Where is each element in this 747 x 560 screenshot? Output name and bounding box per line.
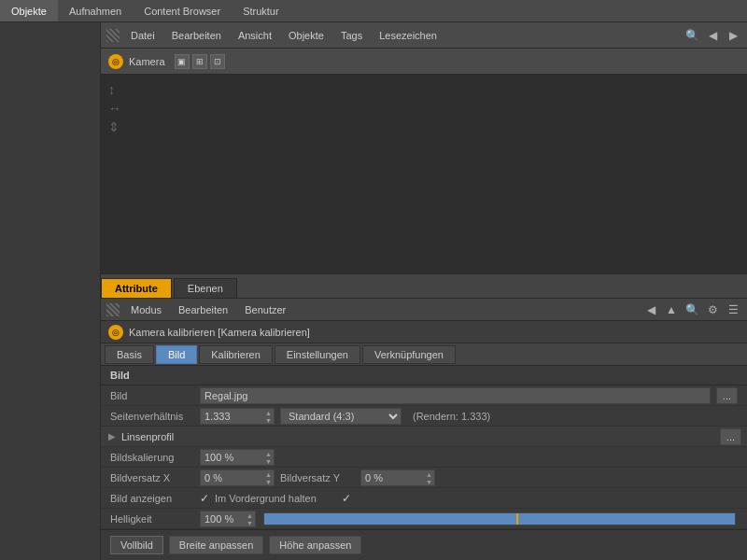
bildskalierung-up-arrow[interactable]: ▲ bbox=[265, 451, 272, 458]
menu-datei[interactable]: Datei bbox=[123, 28, 162, 43]
left-panel bbox=[0, 22, 101, 560]
linsenprofil-row: ▶ Linsenprofil ... bbox=[101, 427, 747, 447]
attr-bearbeiten[interactable]: Bearbeiten bbox=[173, 303, 233, 316]
subtab-bild[interactable]: Bild bbox=[156, 345, 197, 364]
viewport-zoom-icon[interactable]: ⇕ bbox=[108, 119, 121, 134]
bildversatz-y-label: Bildversatz Y bbox=[280, 472, 355, 483]
bottom-buttons-row: Vollbild Breite anpassen Höhe anpassen bbox=[101, 529, 747, 560]
bildskalierung-row: Bildskalierung 100 % ▲ ▼ bbox=[101, 447, 747, 468]
attribute-section: Attribute Ebenen Modus Bearbeiten Benutz… bbox=[101, 273, 747, 560]
bildversatz-y-down[interactable]: ▼ bbox=[426, 479, 432, 486]
arrow-left-icon[interactable]: ◀ bbox=[704, 27, 721, 44]
cam-icon-1[interactable]: ▣ bbox=[175, 54, 190, 69]
bildversatz-x-input[interactable]: 0 % ▲ ▼ bbox=[200, 469, 275, 486]
linsenprofil-browse-button[interactable]: ... bbox=[720, 428, 741, 445]
bildversatz-x-value: 0 % bbox=[204, 472, 222, 483]
tab-content-browser[interactable]: Content Browser bbox=[133, 0, 232, 21]
helligkeit-input[interactable]: 100 % ▲ ▼ bbox=[200, 511, 256, 527]
menu-objekte[interactable]: Objekte bbox=[281, 28, 331, 43]
bildversatz-y-up[interactable]: ▲ bbox=[426, 471, 432, 479]
tab-objekte[interactable]: Objekte bbox=[0, 0, 58, 21]
arrow-right-icon[interactable]: ▶ bbox=[725, 27, 741, 44]
seitenverhaeltnis-value: 1.333 bbox=[204, 411, 231, 422]
attr-benutzer[interactable]: Benutzer bbox=[239, 303, 291, 316]
helligkeit-marker bbox=[516, 513, 518, 525]
tab-attribute[interactable]: Attribute bbox=[101, 278, 172, 298]
top-tab-bar: Objekte Aufnahmen Content Browser Strukt… bbox=[0, 0, 747, 22]
bild-anzeigen-checkbox[interactable]: ✓ bbox=[200, 492, 209, 505]
bildskalierung-input[interactable]: 100 % ▲ ▼ bbox=[200, 449, 275, 466]
bildversatz-row: Bildversatz X 0 % ▲ ▼ Bildversatz Y 0 % … bbox=[101, 468, 747, 488]
bild-anzeigen-row: Bild anzeigen ✓ Im Vordergrund halten ✓ bbox=[101, 488, 747, 509]
main-layout: Datei Bearbeiten Ansicht Objekte Tags Le… bbox=[0, 22, 747, 560]
subtab-kalibrieren[interactable]: Kalibrieren bbox=[199, 345, 273, 364]
bild-field-label: Bild bbox=[110, 390, 194, 401]
cam-icon-3[interactable]: ⊡ bbox=[210, 54, 225, 69]
bildskalierung-label: Bildskalierung bbox=[110, 452, 194, 463]
bild-anzeigen-label: Bild anzeigen bbox=[110, 493, 194, 504]
bild-anzeigen-check-icon: ✓ bbox=[200, 492, 209, 505]
helligkeit-up[interactable]: ▲ bbox=[247, 512, 253, 520]
standard-select[interactable]: Standard (4:3) bbox=[280, 408, 402, 425]
menu-items-row: Datei Bearbeiten Ansicht Objekte Tags Le… bbox=[123, 28, 680, 43]
bildversatz-x-label: Bildversatz X bbox=[110, 472, 194, 483]
hoehe-anpassen-button[interactable]: Höhe anpassen bbox=[269, 536, 361, 554]
tab-struktur[interactable]: Struktur bbox=[232, 0, 290, 21]
bild-file-input[interactable] bbox=[200, 387, 711, 404]
seitenverhaeltnis-row: Seitenverhältnis 1.333 ▲ ▼ Standard (4:3… bbox=[101, 406, 747, 427]
vollbild-button[interactable]: Vollbild bbox=[110, 536, 163, 554]
cam-icon-2[interactable]: ⊞ bbox=[192, 54, 207, 69]
attr-toolbar-right-icons: ◀ ▲ 🔍 ⚙ ☰ bbox=[642, 301, 741, 318]
main-toolbar: Datei Bearbeiten Ansicht Objekte Tags Le… bbox=[101, 22, 747, 49]
bildversatz-x-down[interactable]: ▼ bbox=[265, 479, 272, 486]
attr-tab-bar: Attribute Ebenen bbox=[101, 274, 747, 299]
bildversatz-y-input[interactable]: 0 % ▲ ▼ bbox=[360, 469, 435, 486]
toolbar-icons: 🔍 ◀ ▶ bbox=[684, 27, 741, 44]
subtab-basis[interactable]: Basis bbox=[105, 345, 154, 364]
camera-bar: ◎ Kamera ▣ ⊞ ⊡ bbox=[101, 49, 747, 75]
tab-aufnahmen[interactable]: Aufnahmen bbox=[58, 0, 133, 21]
bild-row: Bild ... bbox=[101, 385, 747, 406]
bild-section-header: Bild bbox=[101, 366, 747, 385]
subtab-verknuepfungen[interactable]: Verknüpfungen bbox=[362, 345, 456, 364]
breite-anpassen-button[interactable]: Breite anpassen bbox=[169, 536, 264, 554]
seitenverhaeltnis-down-arrow[interactable]: ▼ bbox=[265, 417, 272, 425]
seitenverhaeltnis-input[interactable]: 1.333 ▲ ▼ bbox=[200, 408, 275, 425]
attr-toolbar-handle bbox=[106, 303, 120, 316]
camera-object-icon: ◎ bbox=[108, 54, 123, 69]
helligkeit-value: 100 % bbox=[204, 513, 233, 525]
bildskalierung-down-arrow[interactable]: ▼ bbox=[265, 458, 272, 466]
seitenverhaeltnis-up-arrow[interactable]: ▲ bbox=[265, 410, 272, 417]
toolbar-handle-icon bbox=[106, 29, 120, 42]
right-panel: Datei Bearbeiten Ansicht Objekte Tags Le… bbox=[101, 22, 747, 560]
linsenprofil-label: Linsenprofil bbox=[121, 431, 716, 442]
viewport-move-icon[interactable]: ↕ bbox=[108, 82, 121, 97]
bildversatz-y-value: 0 % bbox=[365, 472, 383, 483]
attr-toolbar: Modus Bearbeiten Benutzer ◀ ▲ 🔍 ⚙ ☰ bbox=[101, 299, 747, 321]
kamera-kalibrieren-header: ◎ Kamera kalibrieren [Kamera kalibrieren… bbox=[101, 321, 747, 343]
menu-ansicht[interactable]: Ansicht bbox=[231, 28, 279, 43]
attr-arrow-left-icon[interactable]: ◀ bbox=[642, 301, 659, 318]
attr-settings-icon[interactable]: ⚙ bbox=[704, 301, 721, 318]
subtab-einstellungen[interactable]: Einstellungen bbox=[275, 345, 360, 364]
helligkeit-down[interactable]: ▼ bbox=[247, 520, 253, 527]
menu-bearbeiten[interactable]: Bearbeiten bbox=[164, 28, 229, 43]
render-info-label: (Rendern: 1.333) bbox=[413, 411, 490, 422]
attr-more-icon[interactable]: ☰ bbox=[725, 301, 741, 318]
helligkeit-fill bbox=[264, 513, 735, 525]
kamera-kalibrieren-title: Kamera kalibrieren [Kamera kalibrieren] bbox=[129, 327, 310, 338]
linsenprofil-expand-icon[interactable]: ▶ bbox=[108, 431, 116, 441]
search-icon[interactable]: 🔍 bbox=[684, 27, 700, 44]
attr-up-icon[interactable]: ▲ bbox=[663, 301, 680, 318]
menu-lesezeichen[interactable]: Lesezeichen bbox=[372, 28, 444, 43]
menu-tags[interactable]: Tags bbox=[333, 28, 370, 43]
attr-search-icon[interactable]: 🔍 bbox=[684, 301, 700, 318]
attr-modus[interactable]: Modus bbox=[125, 303, 167, 316]
bild-browse-button[interactable]: ... bbox=[716, 387, 738, 404]
helligkeit-bar[interactable] bbox=[263, 512, 736, 525]
bildversatz-x-up[interactable]: ▲ bbox=[265, 471, 272, 479]
im-vordergrund-checkbox[interactable]: ✓ bbox=[342, 492, 351, 505]
tab-ebenen[interactable]: Ebenen bbox=[174, 278, 237, 298]
viewport-scale-icon[interactable]: ↔ bbox=[108, 101, 121, 116]
kamera-icon: ◎ bbox=[108, 325, 123, 340]
